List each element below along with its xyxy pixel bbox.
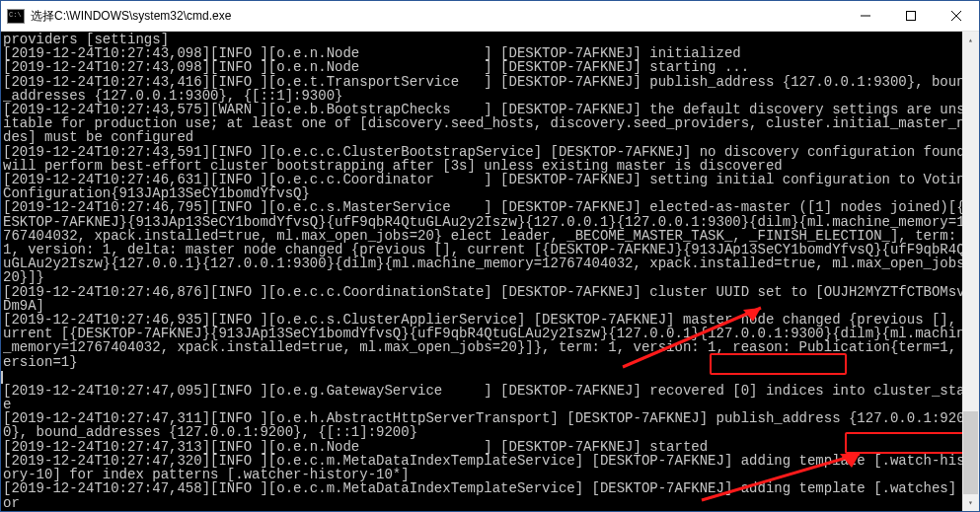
log-line: [2019-12-24T10:27:47,320][INFO ][o.e.c.m… <box>3 453 973 482</box>
minimize-button[interactable] <box>843 1 888 31</box>
svg-rect-1 <box>907 12 916 21</box>
terminal-output: providers [settings] [2019-12-24T10:27:4… <box>1 32 979 511</box>
close-button[interactable] <box>934 1 979 31</box>
titlebar[interactable]: 选择C:\WINDOWS\system32\cmd.exe <box>1 1 979 32</box>
log-line: [2019-12-24T10:27:46,795][INFO ][o.e.c.s… <box>3 199 973 285</box>
cmd-icon <box>7 9 25 24</box>
log-line: [2019-12-24T10:27:43,591][INFO ][o.e.c.c… <box>3 144 979 174</box>
scroll-up-button[interactable]: ▴ <box>962 32 979 48</box>
log-line: [2019-12-24T10:27:46,935][INFO ][o.e.c.s… <box>3 312 973 370</box>
log-line: [2019-12-24T10:27:46,876][INFO ][o.e.c.c… <box>3 284 973 314</box>
scroll-track[interactable] <box>962 48 979 494</box>
scroll-down-button[interactable]: ▾ <box>962 494 979 511</box>
vertical-scrollbar[interactable]: ▴ ▾ <box>962 32 979 511</box>
cmd-window: 选择C:\WINDOWS\system32\cmd.exe providers … <box>0 0 980 512</box>
window-title: 选择C:\WINDOWS\system32\cmd.exe <box>31 8 843 25</box>
log-line: [2019-12-24T10:27:47,458][INFO ][o.e.c.m… <box>3 480 973 510</box>
scroll-thumb[interactable] <box>963 411 978 494</box>
log-line: [2019-12-24T10:27:47,311][INFO ][o.e.h.A… <box>3 410 965 440</box>
maximize-button[interactable] <box>888 1 934 31</box>
terminal-area[interactable]: providers [settings] [2019-12-24T10:27:4… <box>1 32 979 511</box>
log-line: [2019-12-24T10:27:43,575][WARN ][o.e.b.B… <box>3 102 973 145</box>
log-line: [2019-12-24T10:27:47,095][INFO ][o.e.g.G… <box>3 383 973 412</box>
log-line: [2019-12-24T10:27:46,631][INFO ][o.e.c.c… <box>3 172 973 201</box>
log-line: [2019-12-24T10:27:43,416][INFO ][o.e.t.T… <box>3 74 973 104</box>
